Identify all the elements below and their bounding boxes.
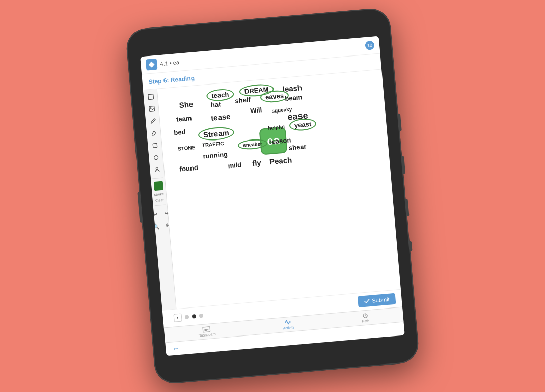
dot-3 bbox=[199, 314, 203, 318]
word-found[interactable]: found bbox=[179, 164, 198, 173]
tablet-right-button-4[interactable] bbox=[409, 241, 413, 251]
word-team[interactable]: team bbox=[176, 114, 193, 123]
nav-path-label: Path bbox=[362, 319, 369, 323]
hand-tool-icon[interactable] bbox=[150, 152, 161, 163]
word-beam[interactable]: beam bbox=[285, 93, 303, 102]
nav-item-dashboard[interactable]: Dashboard bbox=[198, 326, 216, 338]
dashboard-icon bbox=[202, 326, 211, 333]
circle-tool-icon[interactable] bbox=[149, 140, 160, 151]
nav-activity-label: Activity bbox=[283, 325, 294, 330]
word-stone[interactable]: STONE bbox=[178, 145, 196, 152]
word-will[interactable]: Will bbox=[250, 106, 262, 115]
word-hat[interactable]: hat bbox=[210, 100, 221, 109]
word-bed[interactable]: bed bbox=[174, 128, 186, 136]
word-stream[interactable]: Stream bbox=[198, 126, 235, 142]
toolbar-divider-2 bbox=[154, 204, 166, 206]
app-title: 4.1 • ea bbox=[160, 59, 179, 67]
tablet-screen: 4.1 • ea 10 Step 6: Reading bbox=[140, 36, 405, 356]
word-running[interactable]: running bbox=[203, 150, 228, 160]
submit-icon bbox=[364, 298, 370, 304]
clear-label[interactable]: Clear bbox=[155, 198, 164, 202]
svg-rect-3 bbox=[153, 143, 157, 148]
dot-2 bbox=[192, 314, 196, 319]
path-icon bbox=[361, 312, 369, 319]
dot-1 bbox=[184, 315, 189, 319]
toolbar-divider bbox=[152, 178, 164, 179]
word-mild[interactable]: mild bbox=[228, 161, 242, 170]
nav-item-path[interactable]: Path bbox=[361, 312, 370, 323]
notification-badge: 10 bbox=[365, 40, 375, 50]
word-area: ea SheteachDREAMleashhatshelfeavesbeamte… bbox=[157, 69, 401, 309]
person-tool-icon[interactable] bbox=[151, 164, 162, 176]
word-fly[interactable]: fly bbox=[252, 158, 262, 167]
stroke-color-swatch[interactable] bbox=[153, 181, 164, 191]
page-next-button[interactable]: › bbox=[173, 313, 182, 322]
svg-rect-0 bbox=[148, 94, 153, 100]
step-title: Step 6: Reading bbox=[148, 74, 195, 86]
app-icon bbox=[146, 59, 158, 71]
word-tease[interactable]: tease bbox=[210, 112, 231, 122]
word-shear[interactable]: shear bbox=[288, 143, 307, 152]
nav-item-activity[interactable]: Activity bbox=[282, 319, 294, 330]
word-peach[interactable]: Peach bbox=[269, 155, 292, 166]
cursor-tool-icon[interactable] bbox=[145, 91, 156, 102]
back-arrow-icon[interactable]: ← bbox=[172, 344, 181, 353]
tablet: 4.1 • ea 10 Step 6: Reading bbox=[125, 7, 420, 385]
pencil-tool-icon[interactable] bbox=[147, 116, 158, 127]
word-she[interactable]: She bbox=[179, 100, 194, 109]
svg-point-5 bbox=[156, 167, 158, 169]
image-tool-icon[interactable] bbox=[146, 103, 157, 115]
stroke-label: stroke bbox=[154, 192, 165, 197]
submit-button[interactable]: Submit bbox=[358, 293, 396, 307]
page-indicator: · bbox=[169, 316, 171, 321]
svg-point-4 bbox=[154, 155, 158, 160]
eraser-tool-icon[interactable] bbox=[148, 128, 159, 139]
word-traffic[interactable]: TRAFFIC bbox=[202, 141, 224, 148]
word-shelf[interactable]: shelf bbox=[235, 96, 251, 105]
main-content: stroke Clear ↩ ↪ 🔍 ⊕ ea Shetea bbox=[143, 69, 401, 310]
activity-icon bbox=[284, 319, 292, 326]
nav-dashboard-label: Dashboard bbox=[198, 332, 216, 338]
